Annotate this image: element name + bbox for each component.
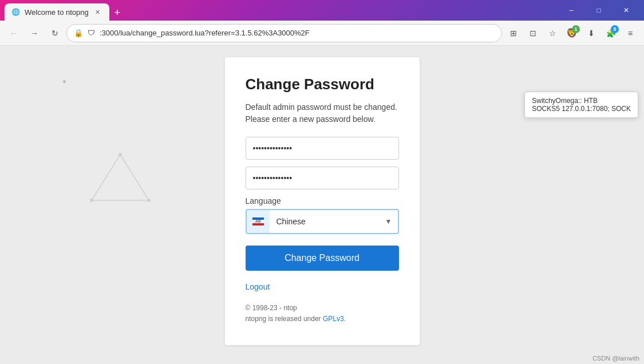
brave-icon[interactable]: 🦁 1 [563,24,581,42]
bottom-bar: CSDN @lainwith [588,353,644,364]
toolbar-icons: ⊞ ⊡ ☆ 🦁 1 ⬇ 🧩 8 ≡ [504,24,639,42]
qr-icon[interactable]: ⊞ [504,24,523,42]
tab-title: Welcome to ntopng [25,8,89,17]
translate-icon[interactable]: ⊡ [524,24,542,42]
triangle-decoration [86,149,155,208]
download-icon[interactable]: ⬇ [582,24,600,42]
close-button[interactable]: ✕ [613,1,639,19]
logout-link[interactable]: Logout [246,282,399,291]
current-password-input[interactable] [246,137,399,160]
nav-bar: ← → ↻ 🔒 🛡 :3000/lua/change_password.lua?… [0,21,644,46]
tooltip-popup: SwitchyOmega:: HTB SOCKS5 127.0.0.1:7080… [524,92,638,118]
extensions-icon[interactable]: 🧩 8 [602,24,620,42]
bottom-bar-text: CSDN @lainwith [592,355,639,362]
form-card: Change Password Default admin password m… [225,57,420,345]
footer-line2: ntopng is released under GPLv3. [246,314,399,325]
language-icon: AB [247,210,270,233]
form-title: Change Password [246,76,399,93]
language-select[interactable]: Chinese English French German Italian Ja… [270,210,385,233]
more-button[interactable]: ≡ [621,24,639,42]
tooltip-line1: SwitchyOmega:: HTB [532,97,631,105]
tab-close-button[interactable]: ✕ [93,7,102,17]
language-select-wrapper: AB Chinese English French German Italian… [246,209,399,234]
star-icon[interactable]: ☆ [543,24,562,42]
window-controls: – □ ✕ [558,1,639,19]
address-bar[interactable]: 🔒 🛡 :3000/lua/change_password.lua?refere… [66,24,502,42]
svg-point-2 [90,199,93,202]
chevron-down-icon: ▼ [385,217,398,225]
forward-button[interactable]: → [25,24,44,42]
page-content: SwitchyOmega:: HTB SOCKS5 127.0.0.1:7080… [0,46,644,364]
svg-point-1 [118,153,122,156]
language-label: Language [246,196,399,205]
new-password-input[interactable] [246,167,399,189]
shield-icon: 🛡 [88,29,95,37]
active-tab[interactable]: 🌐 Welcome to ntopng ✕ [5,3,109,21]
new-tab-button[interactable]: + [109,5,125,21]
reload-button[interactable]: ↻ [46,24,64,42]
tab-bar: 🌐 Welcome to ntopng ✕ + [5,0,556,21]
svg-point-3 [147,199,151,202]
svg-rect-6 [252,223,264,225]
profile-badge: 1 [572,25,580,33]
minimize-button[interactable]: – [558,1,584,19]
extensions-badge: 8 [611,25,619,33]
change-password-button[interactable]: Change Password [246,246,399,271]
maximize-button[interactable]: □ [586,1,612,19]
svg-text:AB: AB [255,219,261,223]
footer-line1: © 1998-23 - ntop [246,303,399,314]
security-icon: 🔒 [74,29,83,37]
footer: © 1998-23 - ntop ntopng is released unde… [246,303,399,325]
dot-decoration-1 [63,80,66,83]
footer-suffix: . [344,315,346,323]
svg-marker-0 [92,155,149,200]
form-description: Default admin password must be changed. … [246,101,399,125]
address-text: :3000/lua/change_password.lua?referer=3.… [100,29,495,37]
gplv3-link[interactable]: GPLv3 [323,315,344,323]
back-button[interactable]: ← [5,24,23,42]
footer-prefix: ntopng is released under [246,315,323,323]
tooltip-line2: SOCKS5 127.0.0.1:7080; SOCK [532,105,631,113]
title-bar: 🌐 Welcome to ntopng ✕ + – □ ✕ [0,0,644,21]
